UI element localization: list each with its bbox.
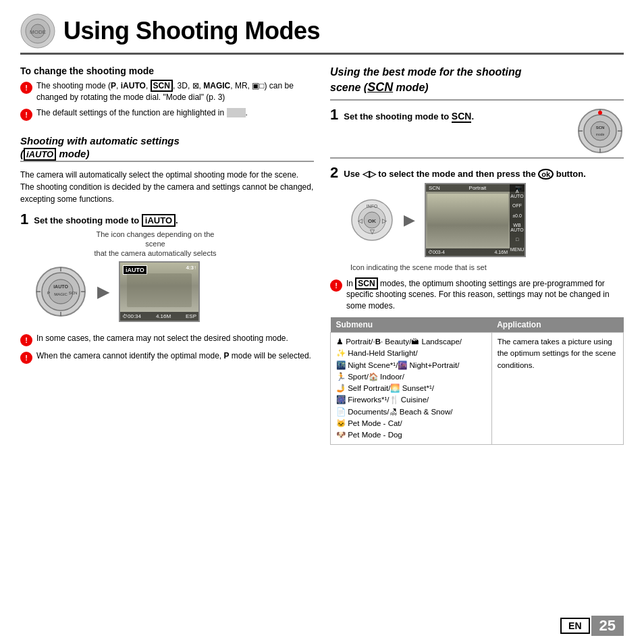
svg-point-24 <box>598 111 602 115</box>
svg-text:SCN: SCN <box>596 126 605 130</box>
svg-text:mode: mode <box>596 132 605 136</box>
scn-right-item-6: MENU <box>510 247 525 252</box>
bullet-row-2: ! The default settings of the function a… <box>20 107 314 121</box>
scn-text: SCN <box>452 111 472 123</box>
section2-title-italic: Shooting with automatic settings <box>20 135 314 146</box>
camera-image-area: iAUTO MAGIC P SCN ▶ iAUTO <box>34 261 200 322</box>
step1-text: Set the shooting mode to iAUTO. <box>34 212 314 227</box>
svg-point-17 <box>591 122 610 140</box>
section1-title: To change the shooting mode <box>20 65 314 76</box>
section2-divider <box>20 161 314 162</box>
bullet-icon-3: ! <box>20 334 32 346</box>
scn-right-item-1: AAUTO <box>510 189 523 198</box>
scn-bullet-row: ! In SCN modes, the optimum shooting set… <box>330 278 624 312</box>
scn-camera-screen: SCN Portrait 📷 AAUTO OFF ±0.0 WBAUTO <box>425 183 526 257</box>
scn-bullet-text: In SCN modes, the optimum shooting setti… <box>346 278 624 312</box>
bullet-icon-1: ! <box>20 82 32 94</box>
page: MODE Using Shooting Modes To change the … <box>0 0 644 644</box>
step1-number: 1 <box>20 212 28 227</box>
svg-text:◁: ◁ <box>358 217 363 224</box>
header-icon: MODE <box>20 14 55 49</box>
footer-lang: EN <box>560 618 589 634</box>
scn-inline: SCN <box>367 80 393 94</box>
scn-camera-area: OK INFO ◁ ▷ ▽ ▶ SCN Portrait 📷 <box>350 183 624 257</box>
scn-right-panel: AAUTO OFF ±0.0 WBAUTO □ MENU <box>510 184 525 256</box>
bullet-text-3: In some cases, the camera may not select… <box>36 333 314 344</box>
scn-section-title: Using the best mode for the shooting sce… <box>330 65 624 95</box>
step1-row: 1 Set the shooting mode to iAUTO. <box>20 212 314 227</box>
table-submenu-cell: ♟ Portrait/·B· Beauty/🏔 Landscape/ ✨ Han… <box>331 333 492 445</box>
bullet-row-4: ! When the camera cannot identify the op… <box>20 350 314 364</box>
svg-text:OK: OK <box>368 218 376 224</box>
svg-text:MODE: MODE <box>30 29 46 35</box>
body-text: The camera will automatically select the… <box>20 169 314 205</box>
scn-step2-row: 2 Use ◁▷ to select the mode and then pre… <box>330 165 624 180</box>
bullet-icon-4: ! <box>20 352 32 364</box>
table-col1-header: Submenu <box>331 317 492 333</box>
svg-text:▽: ▽ <box>370 228 375 235</box>
step1-divider <box>330 157 624 159</box>
bullet-text-2: The default settings of the function are… <box>36 107 314 119</box>
page-header: MODE Using Shooting Modes <box>20 14 624 55</box>
scn-dial-image: SCN mode <box>576 107 624 155</box>
camera-screen-left: iAUTO 4:3↑ ⏱00:34 4.16M ESP <box>119 261 200 322</box>
scn-step2-number: 2 <box>330 165 338 180</box>
table-row: ♟ Portrait/·B· Beauty/🏔 Landscape/ ✨ Han… <box>331 333 624 445</box>
screen-bottom-bar: ⏱00:34 4.16M ESP <box>120 312 198 321</box>
iauto-label: iAUTO <box>142 214 176 227</box>
bullet-row-1: ! The shooting mode (P, iAUTO, SCN, 3D, … <box>20 80 314 103</box>
ok-button-ref: ok <box>538 169 554 180</box>
scn-right-item-4: WBAUTO <box>510 223 523 232</box>
svg-text:P: P <box>47 291 50 295</box>
section2-title-italic2: (iAUTO mode) <box>20 148 314 159</box>
arrow-icon: ▶ <box>97 282 109 301</box>
svg-text:INFO: INFO <box>367 204 378 209</box>
scn-right-item-3: ±0.0 <box>512 213 522 218</box>
scn-step1-row: 1 Set the shooting mode to SCN. SCN mode <box>330 107 624 155</box>
right-column: Using the best mode for the shooting sce… <box>330 65 624 445</box>
bullet-icon-2: ! <box>20 109 32 121</box>
scn-arrow: ▶ <box>404 211 415 229</box>
content-area: To change the shooting mode ! The shooti… <box>20 65 624 445</box>
scn-divider <box>330 99 624 101</box>
highlight-box <box>227 108 246 117</box>
svg-text:MAGIC: MAGIC <box>54 292 68 296</box>
svg-text:▷: ▷ <box>382 217 387 224</box>
ok-dial: OK INFO ◁ ▷ ▽ <box>350 198 394 242</box>
scn-bold: SCN <box>355 277 377 290</box>
scn-caption: Icon indicating the scene mode that is s… <box>350 263 624 272</box>
scn-step1-text: Set the shooting mode to SCN. <box>344 107 570 124</box>
table-col2-header: Application <box>491 317 623 333</box>
bullet-row-3: ! In some cases, the camera may not sele… <box>20 333 314 346</box>
scn-step2-text: Use ◁▷ to select the mode and then press… <box>344 165 624 180</box>
scn-screen-inner: SCN Portrait 📷 AAUTO OFF ±0.0 WBAUTO <box>426 184 525 256</box>
table-application-cell: The camera takes a picture using the opt… <box>491 333 623 445</box>
footer: EN 25 <box>560 616 624 636</box>
svg-text:SCN: SCN <box>69 291 78 295</box>
mode-dial-left: iAUTO MAGIC P SCN <box>34 265 88 319</box>
scn-right-item-5: □ <box>516 237 518 242</box>
bullet-text-1: The shooting mode (P, iAUTO, SCN, 3D, ⊠,… <box>36 80 314 103</box>
page-title: Using Shooting Modes <box>63 17 320 45</box>
bullet-text-4: When the camera cannot identify the opti… <box>36 350 314 362</box>
footer-page: 25 <box>591 616 624 636</box>
screen-inner: iAUTO 4:3↑ ⏱00:34 4.16M ESP <box>120 263 198 321</box>
scn-bottom-bar: ⏱003-4 4.16M <box>426 248 510 256</box>
step1-caption: The icon changes depending on the scenet… <box>88 230 223 259</box>
scn-bullet-icon: ! <box>330 279 342 292</box>
svg-text:iAUTO: iAUTO <box>53 284 68 289</box>
scn-step1-number: 1 <box>330 107 338 122</box>
submenu-table: Submenu Application ♟ Portrait/·B· Beaut… <box>330 317 624 445</box>
scn-right-item-2: OFF <box>512 203 522 208</box>
left-column: To change the shooting mode ! The shooti… <box>20 65 314 445</box>
